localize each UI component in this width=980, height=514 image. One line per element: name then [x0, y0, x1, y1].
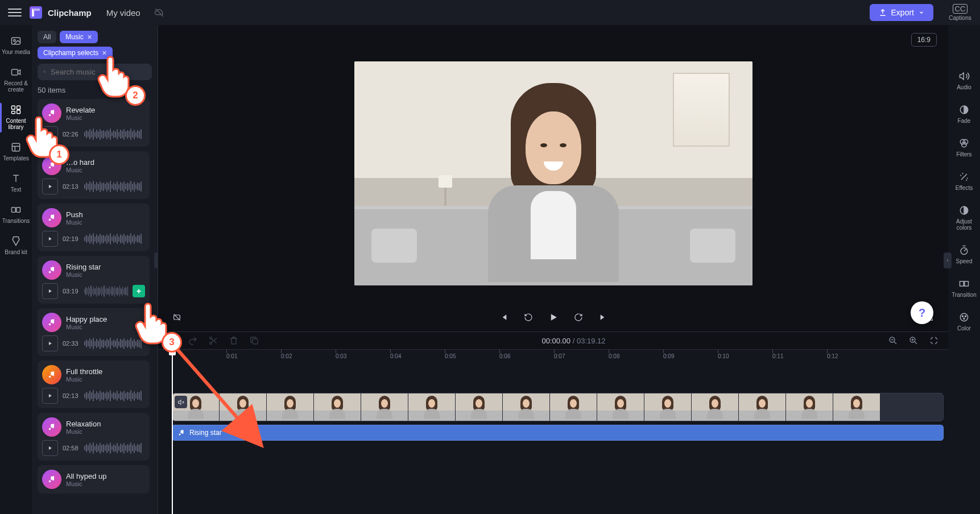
track-item[interactable]: Revelate Music 02:26	[38, 99, 150, 147]
transitions-icon	[10, 204, 22, 215]
prop-adjust-colors[interactable]: Adjust colors	[948, 199, 980, 238]
svg-point-2	[14, 40, 15, 42]
track-item[interactable]: Full throttle Music 02:13	[38, 360, 150, 408]
play-track-button[interactable]	[42, 388, 58, 404]
play-button[interactable]	[547, 311, 560, 324]
prop-speed[interactable]: Speed	[948, 239, 980, 271]
waveform	[84, 285, 128, 297]
chip-clipchamp-selects[interactable]: Clipchamp selects✕	[38, 47, 113, 59]
help-button[interactable]: ?	[911, 301, 933, 324]
ruler-tick: 0:07	[554, 350, 565, 359]
add-track-button[interactable]: +	[133, 285, 145, 297]
nav-content-library[interactable]: Content library	[0, 100, 32, 136]
prop-filters[interactable]: Filters	[948, 132, 980, 164]
play-track-button[interactable]	[42, 231, 58, 247]
nav-brand-kit[interactable]: Brand kit	[0, 231, 32, 261]
redo-button[interactable]	[188, 335, 198, 346]
text-icon	[10, 173, 22, 184]
playhead[interactable]	[172, 350, 173, 514]
nav-transitions[interactable]: Transitions	[0, 200, 32, 230]
app-logo[interactable]: Clipchamp	[30, 6, 92, 19]
preview-area: 16:9	[158, 25, 948, 304]
collapse-panel-button[interactable]: ‹	[154, 252, 158, 268]
nav-your-media[interactable]: Your media	[0, 31, 32, 61]
track-title: Revelate	[66, 106, 95, 114]
prop-fade[interactable]: Fade	[948, 98, 980, 131]
timeline-ruler[interactable]: 0:010:020:030:040:050:060:070:080:090:10…	[158, 350, 948, 363]
prop-effects[interactable]: Effects	[948, 165, 980, 198]
track-duration: 03:19	[63, 288, 80, 295]
play-track-button[interactable]	[42, 126, 58, 142]
center-column: 16:9	[158, 25, 948, 514]
svg-rect-6	[12, 111, 15, 114]
svg-point-37	[965, 316, 966, 317]
ruler-tick: 0:11	[772, 350, 783, 359]
svg-point-13	[44, 71, 46, 73]
hide-preview-button[interactable]	[171, 311, 183, 324]
timeline[interactable]: 0:010:020:030:040:050:060:070:080:090:10…	[158, 349, 948, 514]
nav-record-create[interactable]: Record & create	[0, 62, 32, 98]
track-list[interactable]: Revelate Music 02:26 …o hard Music 02:13	[38, 99, 152, 514]
nav-text[interactable]: Text	[0, 168, 32, 198]
play-track-button[interactable]	[42, 440, 58, 456]
track-item[interactable]: All hyped up Music	[38, 465, 150, 494]
track-duration: 02:26	[63, 131, 80, 138]
split-button[interactable]	[208, 335, 218, 346]
ruler-tick: 0:02	[281, 350, 292, 359]
chip-music[interactable]: Music✕	[60, 31, 97, 43]
track-duration: 02:33	[63, 340, 80, 347]
aspect-ratio-button[interactable]: 16:9	[911, 33, 937, 47]
undo-button[interactable]	[167, 335, 177, 346]
audio-track-clip[interactable]: Rising star	[172, 425, 944, 441]
skip-back-button[interactable]	[497, 311, 510, 324]
prop-audio[interactable]: Audio	[948, 65, 980, 97]
app-name: Clipchamp	[48, 8, 92, 18]
ruler-tick: 0:03	[336, 350, 346, 359]
video-track-clip[interactable]	[172, 393, 944, 421]
copy-button[interactable]	[249, 335, 259, 346]
track-item[interactable]: Push Music 02:19	[38, 204, 150, 251]
export-button[interactable]: Export	[870, 4, 933, 21]
prop-label: Fade	[958, 118, 971, 124]
track-item[interactable]: …o hard Music 02:13	[38, 151, 150, 199]
play-track-button[interactable]	[42, 335, 58, 351]
close-icon[interactable]: ✕	[87, 34, 92, 41]
track-item[interactable]: Rising star Music 03:19 +	[38, 256, 150, 304]
track-item[interactable]: Relaxation Music 02:58	[38, 413, 150, 461]
video-title[interactable]: My video	[106, 8, 140, 18]
svg-point-29	[963, 139, 967, 144]
search-input[interactable]	[51, 68, 146, 76]
zoom-fit-button[interactable]	[929, 335, 939, 346]
close-icon[interactable]: ✕	[102, 49, 107, 57]
track-item[interactable]: Happy place Music 02:33	[38, 308, 150, 356]
timeline-toolbar: 00:00.00 / 03:19.12	[158, 331, 948, 349]
zoom-in-button[interactable]	[908, 335, 919, 346]
track-subtitle: Music	[66, 114, 95, 121]
rewind-button[interactable]	[522, 311, 535, 324]
zoom-out-button[interactable]	[888, 335, 898, 346]
play-track-button[interactable]	[42, 179, 58, 194]
mute-clip-button[interactable]	[175, 396, 187, 408]
chip-all[interactable]: All	[38, 31, 56, 43]
search-box[interactable]	[38, 64, 152, 80]
nav-templates[interactable]: Templates	[0, 137, 32, 167]
track-title: …o hard	[66, 158, 94, 167]
play-track-button[interactable]	[42, 283, 58, 299]
waveform	[84, 233, 145, 245]
video-preview[interactable]	[354, 61, 752, 285]
export-label: Export	[891, 8, 914, 17]
delete-button[interactable]	[229, 335, 239, 346]
forward-button[interactable]	[572, 311, 585, 324]
svg-point-35	[960, 313, 967, 321]
effects-icon	[958, 171, 970, 183]
track-duration: 02:58	[63, 445, 80, 451]
ruler-tick: 0:05	[445, 350, 456, 359]
prop-color[interactable]: Color	[948, 306, 980, 338]
skip-forward-button[interactable]	[597, 311, 610, 324]
track-duration: 02:13	[63, 392, 80, 399]
hamburger-menu[interactable]	[8, 6, 22, 19]
prop-transition[interactable]: Transition	[948, 272, 980, 305]
speed-icon	[958, 244, 970, 256]
camera-icon	[10, 67, 22, 78]
captions-toggle[interactable]: CC Captions	[948, 4, 972, 21]
